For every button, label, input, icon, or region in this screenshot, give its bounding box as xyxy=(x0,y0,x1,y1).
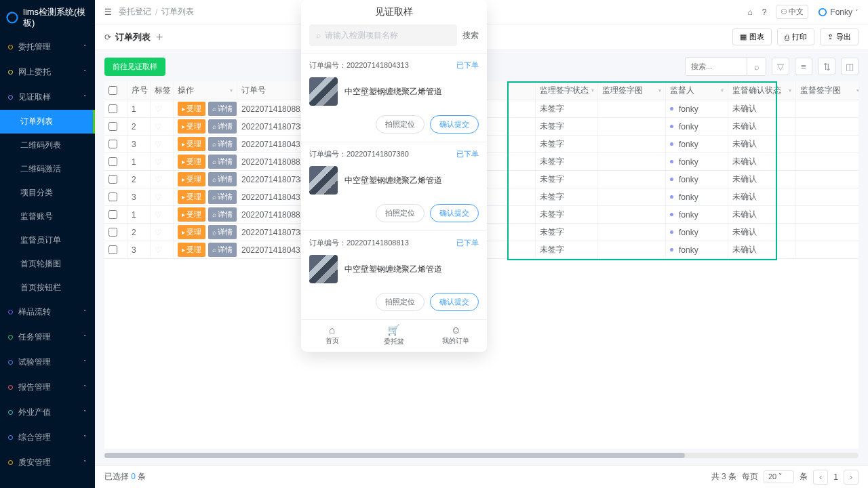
submenu-item-5[interactable]: 监督员订单 xyxy=(0,228,95,252)
checkbox-all[interactable] xyxy=(108,86,117,95)
detail-button[interactable]: ⌕详情 xyxy=(208,190,237,204)
confirm-submit-button[interactable]: 确认提交 xyxy=(430,204,479,222)
horizontal-scrollbar[interactable] xyxy=(104,453,859,458)
modal-search-button[interactable]: 搜索 xyxy=(462,30,479,41)
submenu-item-6[interactable]: 首页轮播图 xyxy=(0,252,95,276)
detail-button[interactable]: ⌕详情 xyxy=(208,137,237,151)
detail-button[interactable]: ⌕详情 xyxy=(208,225,237,239)
row-checkbox[interactable] xyxy=(108,228,117,237)
sidebar-item-9[interactable]: 质安管理˅ xyxy=(0,450,95,475)
product-thumbnail xyxy=(309,255,338,283)
col-supervisor[interactable]: 监督人▾ xyxy=(666,81,728,100)
detail-button[interactable]: ⌕详情 xyxy=(208,172,237,186)
col-confirm-status[interactable]: 监督确认状态▾ xyxy=(728,81,796,100)
chevron-icon: ˅ xyxy=(83,409,87,416)
accept-button[interactable]: ▸受理 xyxy=(178,225,205,239)
refresh-icon[interactable]: ⟳ xyxy=(104,33,111,42)
row-checkbox[interactable] xyxy=(108,175,117,184)
row-checkbox[interactable] xyxy=(108,104,117,113)
submenu-item-4[interactable]: 监督账号 xyxy=(0,205,95,228)
submenu-item-1[interactable]: 二维码列表 xyxy=(0,134,95,157)
sidebar-item-6[interactable]: 报告管理˅ xyxy=(0,375,95,400)
accept-button[interactable]: ▸受理 xyxy=(178,155,205,169)
row-checkbox[interactable] xyxy=(108,210,117,219)
breadcrumb-b[interactable]: 订单列表 xyxy=(161,6,194,18)
submenu-item-3[interactable]: 项目分类 xyxy=(0,181,95,205)
help-icon[interactable]: ? xyxy=(762,7,767,17)
page-size-select[interactable]: 20 ˅ xyxy=(764,470,794,483)
filter-icon[interactable]: ▽ xyxy=(772,58,789,75)
confirm-submit-button[interactable]: 确认提交 xyxy=(430,115,479,134)
sidebar-item-4[interactable]: 任务管理˅ xyxy=(0,325,95,350)
tab-mine[interactable]: ☺我的订单 xyxy=(425,320,487,352)
row-checkbox[interactable] xyxy=(108,122,117,131)
sidebar-item-1[interactable]: 网上委托˅ xyxy=(0,60,95,85)
dot-icon xyxy=(8,410,13,415)
user-icon[interactable]: ⌂ xyxy=(747,7,752,17)
search-input[interactable] xyxy=(686,58,747,75)
accept-button[interactable]: ▸受理 xyxy=(178,243,205,257)
col-tag[interactable]: 标签 xyxy=(151,81,174,100)
accept-button[interactable]: ▸受理 xyxy=(178,172,205,186)
detail-button[interactable]: ⌕详情 xyxy=(208,243,237,257)
row-checkbox[interactable] xyxy=(108,140,117,148)
accept-button[interactable]: ▸受理 xyxy=(178,207,205,222)
sidebar-item-7[interactable]: 外业产值˅ xyxy=(0,400,95,425)
row-checkbox[interactable] xyxy=(108,245,117,254)
submenu-item-0[interactable]: 订单列表 xyxy=(0,110,95,134)
page-next-button[interactable]: › xyxy=(844,470,859,485)
sort-icon[interactable]: ⇅ xyxy=(818,58,835,75)
photo-locate-button[interactable]: 拍照定位 xyxy=(376,204,425,222)
sidebar-item-8[interactable]: 综合管理˅ xyxy=(0,425,95,450)
dot-icon xyxy=(8,460,13,465)
dot-icon xyxy=(8,70,13,75)
page-title: 订单列表 xyxy=(115,31,151,43)
tab-cart[interactable]: 🛒委托篮 xyxy=(363,320,425,352)
language-switcher[interactable]: ⚇中文 xyxy=(776,5,808,19)
chart-button[interactable]: ▦图表 xyxy=(732,28,772,45)
modal-search[interactable]: ⌕ 请输入检测项目名称 xyxy=(309,24,457,46)
chevron-icon: ˅ xyxy=(83,384,87,391)
tab-home[interactable]: ⌂首页 xyxy=(301,320,363,352)
breadcrumb-a[interactable]: 委托登记 xyxy=(119,6,151,18)
page-prev-button[interactable]: ‹ xyxy=(813,470,828,485)
order-card: 订单编号：202207141804313已下单中空壁塑钢缠绕聚乙烯管道拍照定位确… xyxy=(301,53,487,142)
detail-button[interactable]: ⌕详情 xyxy=(208,119,237,134)
accept-button[interactable]: ▸受理 xyxy=(178,190,205,204)
detail-button[interactable]: ⌕详情 xyxy=(208,207,237,222)
logo-text: lims检测系统(模板) xyxy=(23,7,90,28)
accept-button[interactable]: ▸受理 xyxy=(178,119,205,134)
accept-button[interactable]: ▸受理 xyxy=(178,137,205,151)
goto-witness-button[interactable]: 前往见证取样 xyxy=(104,58,165,76)
col-seq[interactable]: 序号 xyxy=(127,81,151,100)
detail-button[interactable]: ⌕详情 xyxy=(208,155,237,169)
photo-locate-button[interactable]: 拍照定位 xyxy=(376,293,425,311)
row-checkbox[interactable] xyxy=(108,192,117,201)
print-button[interactable]: ⎙打印 xyxy=(777,28,814,45)
sidebar-item-3[interactable]: 样品流转˅ xyxy=(0,300,95,325)
col-c-sign-img[interactable]: 监督签字图▾ xyxy=(796,81,859,100)
user-menu[interactable]: Fonky ˅ xyxy=(818,7,859,17)
search-button[interactable]: ⌕ xyxy=(747,58,766,75)
detail-button[interactable]: ⌕详情 xyxy=(208,102,237,116)
col-sign-img[interactable]: 监理签字图▾ xyxy=(598,81,666,100)
col-sign-status[interactable]: 监理签字状态▾ xyxy=(536,81,598,100)
row-checkbox[interactable] xyxy=(108,157,117,166)
accept-button[interactable]: ▸受理 xyxy=(178,102,205,116)
stats-icon[interactable]: ◫ xyxy=(841,58,859,75)
confirm-submit-button[interactable]: 确认提交 xyxy=(430,293,479,311)
menu-collapse-icon[interactable]: ☰ xyxy=(104,7,112,17)
sidebar-item-5[interactable]: 试验管理˅ xyxy=(0,350,95,375)
search-icon: ⌕ xyxy=(212,140,216,148)
submenu-item-7[interactable]: 首页按钮栏 xyxy=(0,276,95,300)
photo-locate-button[interactable]: 拍照定位 xyxy=(376,115,425,134)
add-button[interactable]: + xyxy=(156,31,163,43)
export-button[interactable]: ⇪导出 xyxy=(820,28,859,45)
col-actions[interactable]: 操作▾ xyxy=(174,81,237,100)
submenu-item-2[interactable]: 二维码激活 xyxy=(0,157,95,181)
search-icon: ⌕ xyxy=(212,105,216,113)
search-icon: ⌕ xyxy=(212,176,216,183)
column-icon[interactable]: ≡ xyxy=(795,58,812,75)
sidebar-item-0[interactable]: 委托管理˅ xyxy=(0,35,95,60)
sidebar-item-2[interactable]: 见证取样˄ xyxy=(0,85,95,110)
